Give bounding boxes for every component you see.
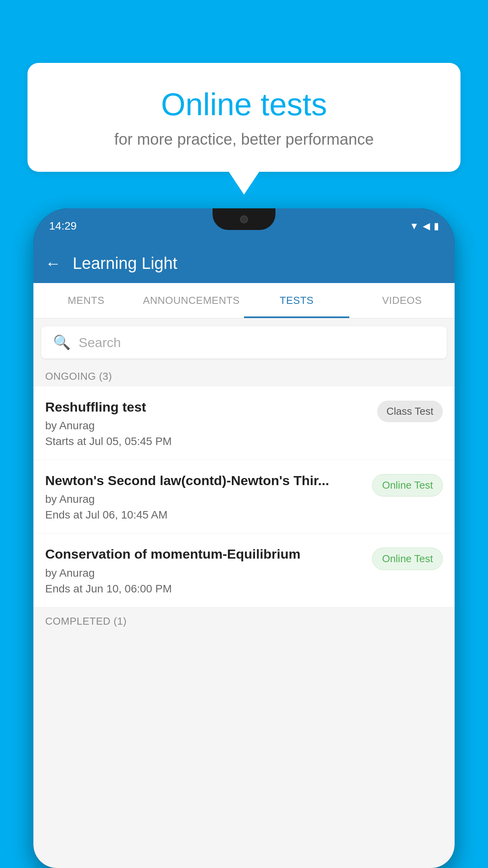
status-bar: 14:29 ▼ ◀ ▮ [33, 208, 455, 244]
test-name-2: Newton's Second law(contd)-Newton's Thir… [45, 472, 364, 489]
tabs-container: MENTS ANNOUNCEMENTS TESTS VIDEOS [33, 283, 455, 318]
back-button[interactable]: ← [45, 255, 61, 272]
signal-icon: ◀ [423, 221, 430, 232]
screen-content: 🔍 Search ONGOING (3) Reshuffling test by… [33, 318, 455, 868]
speech-bubble-container: Online tests for more practice, better p… [28, 63, 460, 195]
test-time-1: Starts at Jul 05, 05:45 PM [45, 435, 369, 448]
test-name-3: Conservation of momentum-Equilibrium [45, 545, 364, 563]
app-header: ← Learning Light [33, 244, 455, 283]
test-time-3: Ends at Jun 10, 06:00 PM [45, 583, 364, 595]
tab-tests[interactable]: TESTS [244, 283, 349, 318]
test-author-1: by Anurag [45, 419, 369, 432]
test-author-2: by Anurag [45, 493, 364, 506]
completed-section-header: COMPLETED (1) [33, 607, 455, 631]
wifi-icon: ▼ [409, 221, 419, 232]
test-badge-3: Online Test [372, 548, 443, 570]
phone-frame: 14:29 ▼ ◀ ▮ ← Learning Light MENTS ANNOU… [33, 208, 455, 868]
tab-videos[interactable]: VIDEOS [349, 283, 455, 318]
test-item-3[interactable]: Conservation of momentum-Equilibrium by … [33, 533, 455, 607]
tab-announcements[interactable]: ANNOUNCEMENTS [139, 283, 244, 318]
test-info-1: Reshuffling test by Anurag Starts at Jul… [45, 398, 369, 448]
test-badge-1: Class Test [377, 401, 443, 422]
status-icons: ▼ ◀ ▮ [409, 221, 439, 232]
tab-ments[interactable]: MENTS [33, 283, 139, 318]
test-info-3: Conservation of momentum-Equilibrium by … [45, 545, 364, 595]
test-author-3: by Anurag [45, 567, 364, 579]
test-info-2: Newton's Second law(contd)-Newton's Thir… [45, 472, 364, 521]
test-item-2[interactable]: Newton's Second law(contd)-Newton's Thir… [33, 460, 455, 533]
ongoing-section-header: ONGOING (3) [33, 362, 455, 386]
speech-bubble: Online tests for more practice, better p… [28, 63, 460, 172]
search-placeholder: Search [79, 335, 121, 350]
speech-bubble-subtitle: for more practice, better performance [59, 131, 429, 148]
battery-icon: ▮ [434, 221, 439, 232]
test-name-1: Reshuffling test [45, 398, 369, 416]
search-icon: 🔍 [53, 334, 71, 351]
speech-bubble-title: Online tests [59, 86, 429, 123]
status-time: 14:29 [49, 220, 77, 232]
phone-notch [213, 208, 275, 230]
test-badge-2: Online Test [372, 474, 443, 497]
speech-bubble-tail [228, 171, 260, 195]
phone-camera [240, 215, 248, 223]
search-bar[interactable]: 🔍 Search [41, 326, 447, 359]
app-title: Learning Light [73, 254, 177, 273]
test-time-2: Ends at Jul 06, 10:45 AM [45, 509, 364, 521]
test-item-1[interactable]: Reshuffling test by Anurag Starts at Jul… [33, 386, 455, 460]
